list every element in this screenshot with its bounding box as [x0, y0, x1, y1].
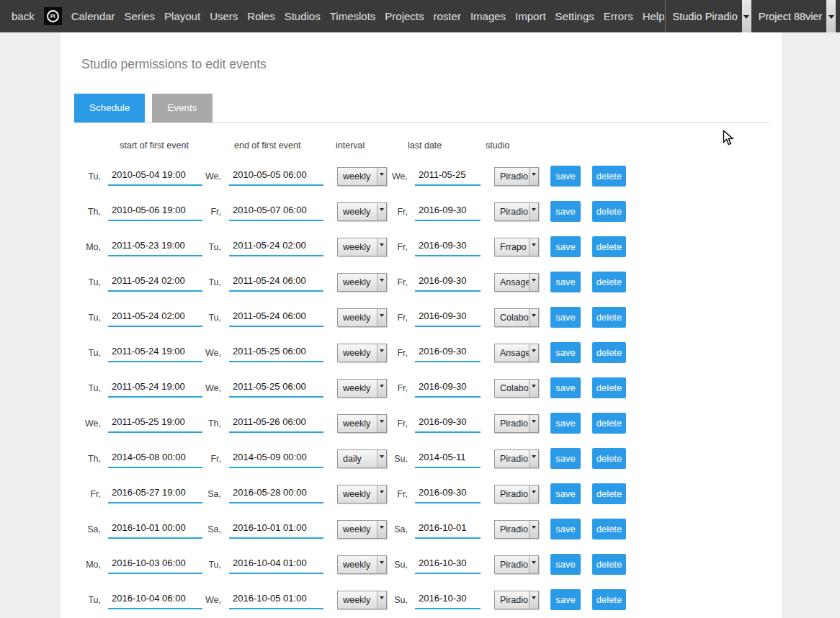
chevron-down-icon[interactable]	[377, 450, 386, 467]
end-input[interactable]	[229, 202, 323, 221]
studio-row-select[interactable]: Colabo	[494, 379, 539, 398]
save-button[interactable]: save	[550, 554, 581, 575]
interval-select[interactable]: weekly	[337, 555, 387, 574]
studio-row-select[interactable]: Piradio	[494, 414, 539, 433]
last-date-input[interactable]	[415, 591, 481, 609]
chevron-down-icon[interactable]	[529, 556, 538, 573]
chevron-down-icon[interactable]	[742, 0, 751, 32]
end-input[interactable]	[229, 520, 323, 539]
chevron-down-icon[interactable]	[529, 380, 538, 397]
save-button[interactable]: save	[550, 307, 581, 328]
interval-select[interactable]: weekly	[337, 379, 387, 398]
start-input[interactable]	[108, 202, 202, 221]
delete-button[interactable]: delete	[592, 483, 626, 504]
studio-row-select[interactable]: Piradio	[494, 591, 539, 609]
last-date-input[interactable]	[415, 555, 481, 574]
chevron-down-icon[interactable]	[529, 309, 538, 326]
last-date-input[interactable]	[415, 344, 481, 362]
delete-button[interactable]: delete	[592, 413, 626, 434]
start-input[interactable]	[108, 273, 202, 292]
studio-row-select[interactable]: Colabo	[494, 308, 539, 327]
chevron-down-icon[interactable]	[529, 238, 538, 256]
tab-schedule[interactable]: Schedule	[74, 94, 145, 122]
end-input[interactable]	[229, 308, 323, 327]
save-button[interactable]: save	[550, 413, 581, 434]
chevron-down-icon[interactable]	[529, 203, 538, 220]
chevron-down-icon[interactable]	[529, 415, 538, 432]
interval-select[interactable]: weekly	[337, 520, 387, 539]
delete-button[interactable]: delete	[592, 307, 626, 328]
chevron-down-icon[interactable]	[529, 450, 538, 467]
chevron-down-icon[interactable]	[377, 380, 386, 397]
interval-select[interactable]: weekly	[337, 238, 387, 256]
start-input[interactable]	[108, 520, 202, 539]
nav-item-import[interactable]: Import	[515, 10, 546, 22]
nav-item-users[interactable]: Users	[210, 10, 238, 22]
save-button[interactable]: save	[550, 483, 581, 504]
nav-item-timeslots[interactable]: Timeslots	[330, 10, 376, 22]
chevron-down-icon[interactable]	[377, 344, 386, 362]
nav-item-calendar[interactable]: Calendar	[71, 10, 115, 22]
save-button[interactable]: save	[550, 166, 581, 187]
start-input[interactable]	[108, 485, 202, 503]
delete-button[interactable]: delete	[592, 201, 626, 222]
last-date-input[interactable]	[415, 238, 481, 256]
start-input[interactable]	[108, 449, 202, 468]
last-date-input[interactable]	[415, 449, 481, 468]
interval-select[interactable]: weekly	[337, 344, 387, 362]
interval-select[interactable]: weekly	[337, 308, 387, 327]
studio-row-select[interactable]: Frrapo	[494, 238, 539, 256]
chevron-down-icon[interactable]	[377, 485, 386, 503]
studio-row-select[interactable]: Piradio	[494, 520, 539, 539]
chevron-down-icon[interactable]	[377, 415, 386, 432]
chevron-down-icon[interactable]	[529, 485, 538, 503]
end-input[interactable]	[229, 238, 323, 256]
start-input[interactable]	[108, 379, 202, 398]
chevron-down-icon[interactable]	[529, 521, 538, 538]
end-input[interactable]	[229, 555, 323, 574]
delete-button[interactable]: delete	[592, 589, 626, 610]
nav-item-roster[interactable]: roster	[434, 10, 461, 22]
chevron-down-icon[interactable]	[529, 344, 538, 362]
save-button[interactable]: save	[550, 201, 581, 222]
last-date-input[interactable]	[415, 414, 481, 433]
start-input[interactable]	[108, 555, 202, 574]
start-input[interactable]	[108, 308, 202, 327]
delete-button[interactable]: delete	[592, 554, 626, 575]
chevron-down-icon[interactable]	[377, 274, 386, 291]
save-button[interactable]: save	[550, 448, 581, 469]
interval-select[interactable]: daily	[337, 449, 387, 468]
interval-select[interactable]: weekly	[337, 202, 387, 221]
chevron-down-icon[interactable]	[377, 591, 386, 609]
chevron-down-icon[interactable]	[377, 556, 386, 573]
delete-button[interactable]: delete	[592, 342, 626, 363]
chevron-down-icon[interactable]	[377, 168, 386, 185]
chevron-down-icon[interactable]	[377, 309, 386, 326]
save-button[interactable]: save	[550, 236, 581, 257]
interval-select[interactable]: weekly	[337, 273, 387, 292]
chevron-down-icon[interactable]	[826, 0, 836, 32]
nav-item-settings[interactable]: Settings	[555, 10, 594, 22]
delete-button[interactable]: delete	[592, 166, 626, 187]
delete-button[interactable]: delete	[592, 377, 626, 398]
interval-select[interactable]: weekly	[337, 485, 387, 503]
last-date-input[interactable]	[415, 202, 481, 221]
last-date-input[interactable]	[415, 273, 481, 292]
chevron-down-icon[interactable]	[377, 203, 386, 220]
chevron-down-icon[interactable]	[529, 274, 538, 291]
last-date-input[interactable]	[415, 308, 481, 327]
start-input[interactable]	[108, 591, 202, 609]
studio-row-select[interactable]: Piradio	[494, 202, 539, 221]
end-input[interactable]	[229, 344, 323, 362]
studio-select[interactable]: Studio Piradio	[666, 0, 751, 32]
back-link[interactable]: back	[12, 10, 35, 22]
delete-button[interactable]: delete	[592, 519, 626, 539]
last-date-input[interactable]	[415, 167, 481, 186]
studio-row-select[interactable]: Piradio	[494, 449, 539, 468]
studio-row-select[interactable]: Piradio	[494, 485, 539, 503]
nav-item-images[interactable]: Images	[470, 10, 506, 22]
save-button[interactable]: save	[550, 272, 581, 292]
save-button[interactable]: save	[550, 377, 581, 398]
end-input[interactable]	[229, 485, 323, 503]
nav-item-help[interactable]: Help	[643, 10, 665, 22]
